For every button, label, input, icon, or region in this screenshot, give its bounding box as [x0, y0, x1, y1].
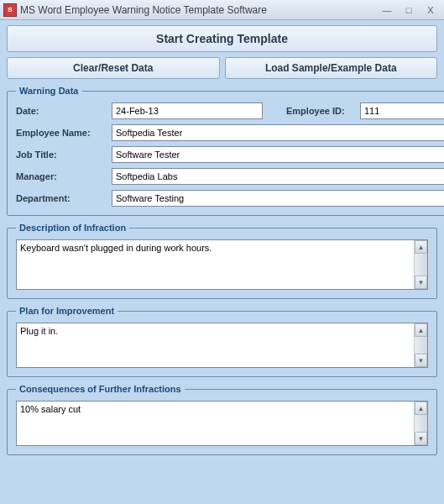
plan-legend: Plan for Improvement — [16, 306, 118, 316]
clear-reset-button[interactable]: Clear/Reset Data — [7, 57, 220, 79]
content-area: Start Creating Template Clear/Reset Data… — [0, 20, 444, 467]
department-label: Department: — [16, 193, 105, 203]
scroll-down-icon[interactable]: ▼ — [415, 354, 427, 367]
date-input[interactable] — [112, 102, 263, 119]
warning-data-legend: Warning Data — [16, 86, 82, 96]
start-creating-button[interactable]: Start Creating Template — [7, 25, 437, 52]
plan-textarea-wrap: ▲ ▼ — [16, 323, 428, 368]
employee-name-row: Employee Name: — [16, 124, 444, 141]
employee-name-input[interactable] — [112, 124, 444, 141]
manager-label: Manager: — [16, 171, 105, 181]
plan-scrollbar[interactable]: ▲ ▼ — [414, 323, 427, 367]
infraction-textarea[interactable] — [17, 240, 414, 289]
scroll-track[interactable] — [415, 254, 427, 276]
scroll-down-icon[interactable]: ▼ — [415, 432, 427, 445]
job-title-input[interactable] — [112, 146, 444, 163]
infraction-legend: Description of Infraction — [16, 223, 129, 233]
load-sample-button[interactable]: Load Sample/Example Data — [225, 57, 438, 79]
employee-id-input[interactable] — [360, 102, 444, 119]
scroll-up-icon[interactable]: ▲ — [415, 240, 427, 254]
date-row: Date: Employee ID: — [16, 102, 444, 119]
job-title-row: Job Title: — [16, 146, 444, 163]
scroll-up-icon[interactable]: ▲ — [415, 402, 427, 415]
consequences-scrollbar[interactable]: ▲ ▼ — [414, 402, 427, 445]
button-row: Clear/Reset Data Load Sample/Example Dat… — [7, 57, 437, 79]
job-title-label: Job Title: — [16, 150, 105, 160]
consequences-group: Consequences of Further Infractions ▲ ▼ — [7, 384, 437, 455]
scroll-track[interactable] — [415, 337, 427, 354]
close-button[interactable]: X — [420, 3, 441, 17]
minimize-button[interactable]: — — [377, 3, 397, 17]
manager-input[interactable] — [112, 168, 444, 185]
date-label: Date: — [16, 106, 105, 116]
scroll-track[interactable] — [415, 415, 427, 432]
manager-row: Manager: — [16, 168, 444, 185]
scroll-down-icon[interactable]: ▼ — [415, 276, 427, 289]
titlebar: S MS Word Employee Warning Notice Templa… — [0, 0, 444, 20]
app-icon: S — [3, 3, 17, 17]
consequences-textarea-wrap: ▲ ▼ — [16, 401, 428, 446]
maximize-button[interactable]: □ — [399, 3, 419, 17]
employee-name-label: Employee Name: — [16, 128, 105, 138]
plan-group: Plan for Improvement ▲ ▼ — [7, 306, 437, 377]
warning-data-group: Warning Data Date: Employee ID: Employee… — [7, 86, 444, 216]
window-controls: — □ X — [377, 3, 441, 17]
department-input[interactable] — [112, 190, 444, 207]
employee-id-label: Employee ID: — [286, 106, 353, 116]
plan-textarea[interactable] — [17, 323, 414, 367]
consequences-textarea[interactable] — [17, 402, 414, 445]
consequences-legend: Consequences of Further Infractions — [16, 384, 185, 394]
scroll-up-icon[interactable]: ▲ — [415, 323, 427, 337]
department-row: Department: — [16, 190, 444, 207]
infraction-group: Description of Infraction ▲ ▼ — [7, 223, 437, 299]
window-title: MS Word Employee Warning Notice Template… — [20, 4, 377, 16]
infraction-scrollbar[interactable]: ▲ ▼ — [414, 240, 427, 289]
infraction-textarea-wrap: ▲ ▼ — [16, 239, 428, 290]
